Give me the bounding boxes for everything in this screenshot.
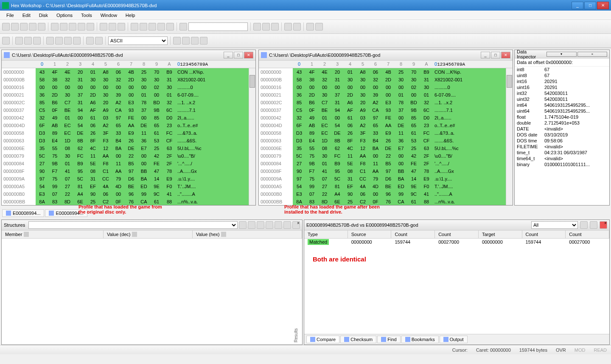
hex-byte[interactable]: 30 (150, 76, 163, 83)
hex-byte[interactable]: 08 (87, 167, 99, 175)
hex-byte[interactable]: 01 (395, 91, 407, 99)
hex-byte[interactable]: BA (112, 144, 125, 152)
hex-byte[interactable]: 27 (293, 160, 306, 167)
hex-byte[interactable]: 43 (293, 68, 306, 76)
hex-byte[interactable]: B6 (306, 99, 318, 106)
hex-byte[interactable]: 00 (137, 160, 150, 167)
hex-byte[interactable]: 0F (306, 106, 318, 114)
toolbar-icon[interactable] (109, 23, 116, 31)
hex-byte[interactable]: 00 (112, 152, 125, 160)
hex-byte[interactable]: BA (137, 175, 150, 183)
hex-byte[interactable]: 54 (331, 122, 344, 129)
hex-byte[interactable]: 58 (293, 76, 306, 83)
ascii-text[interactable]: ..........0 (176, 83, 255, 91)
hex-byte[interactable]: D3 (36, 129, 48, 137)
inspector-row[interactable]: float1.7475104e-019 (515, 114, 609, 120)
hex-byte[interactable]: 85 (150, 114, 163, 122)
ascii-text[interactable]: ...n%..v.a. (176, 198, 255, 205)
hex-byte[interactable]: 70 (407, 68, 420, 76)
ascii-text[interactable]: ..A......Gx (433, 167, 513, 175)
hex-byte[interactable]: 8A (36, 198, 48, 205)
hex-byte[interactable]: 02 (407, 83, 420, 91)
hex-byte[interactable]: 36 (36, 91, 48, 99)
toolbar-icon[interactable] (315, 23, 323, 31)
hex-byte[interactable]: EC (61, 129, 74, 137)
hex-byte[interactable]: 30 (356, 91, 369, 99)
col-value-hex[interactable]: Value (hex) (193, 231, 302, 238)
toolbar-icon[interactable] (95, 37, 103, 44)
hex-byte[interactable]: 30 (137, 76, 150, 83)
hex-byte[interactable]: 11 (87, 152, 99, 160)
inspector-row[interactable]: time64_t<invalid> (515, 156, 609, 161)
hex-byte[interactable]: E3 (293, 190, 306, 198)
ascii-text[interactable]: ..........0 (433, 83, 513, 91)
hex-byte[interactable]: 31 (420, 76, 433, 83)
toolbar-icon[interactable] (73, 37, 81, 44)
hex-byte[interactable]: 11 (137, 129, 150, 137)
hex-byte[interactable]: 89 (306, 129, 318, 137)
hex-byte[interactable]: 39 (369, 91, 382, 99)
maximize-button[interactable]: □ (584, 2, 596, 9)
nav-last-icon[interactable] (200, 37, 207, 44)
hex-row[interactable]: 000000BB8A838D6E25C20F76CA6188...n%..v.a… (259, 198, 513, 205)
hex-byte[interactable]: 97 (36, 175, 48, 183)
hex-byte[interactable]: CA (112, 106, 125, 114)
hex-byte[interactable]: 03 (356, 114, 369, 122)
col-value-dec[interactable]: Value (dec) (104, 231, 193, 238)
hex-byte[interactable]: 75 (306, 152, 318, 160)
hex-byte[interactable]: 79 (112, 175, 125, 183)
hex-row[interactable]: 000000795C7530FC11AA002200422F\u0...."B/ (2, 152, 255, 160)
hex-byte[interactable]: A2 (369, 99, 382, 106)
hex-byte[interactable]: 83 (48, 198, 61, 205)
hex-byte[interactable]: 36 (395, 137, 407, 144)
hex-byte[interactable]: 30 (61, 91, 74, 99)
hex-byte[interactable]: 61 (344, 114, 356, 122)
menu-window[interactable]: Window (96, 11, 121, 19)
hex-byte[interactable]: A2 (356, 122, 369, 129)
hex-byte[interactable]: 06 (356, 190, 369, 198)
hex-byte[interactable]: 94 (331, 106, 344, 114)
hex-byte[interactable]: 2D (306, 91, 318, 99)
hex-byte[interactable]: 6F (36, 122, 48, 129)
hex-byte[interactable]: 01 (87, 68, 99, 76)
hex-byte[interactable]: 47 (407, 167, 420, 175)
hex-byte[interactable]: 1D (61, 137, 74, 144)
results-col-header[interactable]: Source (348, 231, 392, 238)
pin-icon[interactable]: ▾ (547, 52, 576, 57)
hex-byte[interactable]: 31 (344, 175, 356, 183)
ascii-text[interactable]: 5U.bL....%c (433, 144, 513, 152)
hex-byte[interactable]: 00 (137, 152, 150, 160)
hex-byte[interactable]: 4D (112, 183, 125, 190)
results-col-header[interactable]: Count (435, 231, 479, 238)
hex-byte[interactable]: 20 (356, 99, 369, 106)
hex-byte[interactable]: 55 (48, 144, 61, 152)
hex-row[interactable]: 00000037C50FBE94AFA9CA93379B6C.........7… (259, 106, 513, 114)
hex-byte[interactable]: 30 (163, 83, 176, 91)
hex-byte[interactable]: 36 (137, 137, 150, 144)
hex-byte[interactable]: B9 (331, 160, 344, 167)
hex-byte[interactable]: 6F (293, 122, 306, 129)
hex-row[interactable]: 00000000434F4E2001A8064B2570B9CON ...K%p… (259, 68, 513, 76)
hex-byte[interactable]: E3 (382, 99, 395, 106)
hex-byte[interactable]: 95 (74, 167, 87, 175)
ascii-text[interactable]: CON ...K%p. (433, 68, 513, 76)
hex-byte[interactable]: C2 (356, 198, 369, 205)
hex-byte[interactable]: 37 (331, 91, 344, 99)
hex-byte[interactable]: 6E (74, 198, 87, 205)
hex-row[interactable]: 00000063D3E41D8B8FF3B4263653CF.......&6S… (259, 137, 513, 144)
hex-byte[interactable]: 00 (293, 83, 306, 91)
hex-byte[interactable]: EF (87, 183, 99, 190)
hex-row[interactable]: 0000002C85B6C731A620A2E378BD32...1. ..x.… (259, 99, 513, 106)
hex-byte[interactable]: 8B (331, 137, 344, 144)
hex-byte[interactable]: 32 (318, 76, 331, 83)
hex-byte[interactable]: BE (125, 183, 137, 190)
hex-byte[interactable]: 55 (306, 144, 318, 152)
hex-byte[interactable]: 00 (36, 83, 48, 91)
ascii-text[interactable]: '...^...../ (433, 160, 513, 167)
hex-byte[interactable]: 07 (48, 190, 61, 198)
hex-byte[interactable]: A9 (99, 106, 112, 114)
inspector-row[interactable]: int645406193125495295... (515, 102, 609, 108)
hex-byte[interactable]: 08 (61, 144, 74, 152)
hex-byte[interactable]: BA (395, 175, 407, 183)
hex-byte[interactable]: 76 (382, 198, 395, 205)
